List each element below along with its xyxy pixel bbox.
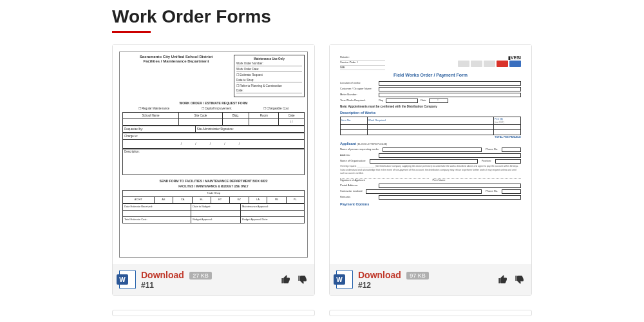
doc1-check1: Regular Maintenance xyxy=(138,107,169,110)
doc1-code: EL xyxy=(193,196,211,203)
doc1-reqby: Requested by: xyxy=(123,126,196,133)
doc2-th: Work Required xyxy=(368,117,494,125)
doc1-th5: Date xyxy=(279,113,305,119)
doc1-box-r2: Work Order Date: xyxy=(236,68,302,71)
doc1-desc: Description: xyxy=(123,149,305,175)
doc1-code: AC/HT xyxy=(123,196,155,203)
doc1-dept: Facilities / Maintenance Department xyxy=(122,59,230,64)
doc2-phone2: Phone No. xyxy=(486,190,498,193)
file-size-badge: 97 KB xyxy=(406,272,429,279)
doc2-so: Service Order # xyxy=(340,61,385,66)
doc2-appname: Name of person requesting works xyxy=(340,148,379,151)
doc2-retailer: Retailer: xyxy=(340,55,385,61)
card-footer: Download 97 KB #12 xyxy=(330,264,531,295)
doc2-sec-app: Applicant xyxy=(340,142,356,146)
doc2-time: Time Works Required: xyxy=(340,99,379,102)
word-icon xyxy=(119,270,136,289)
doc2-phone: Phone No. xyxy=(486,148,498,151)
doc1-box-r4b: Date: xyxy=(236,89,302,93)
thumbs-up-icon[interactable] xyxy=(281,274,291,285)
doc1-code: CA xyxy=(173,196,193,203)
doc1-box-r4: ☐ Refer to Planning & Construction xyxy=(236,84,302,88)
doc1-form-title: WORK ORDER / ESTIMATE REQUEST FORM xyxy=(122,101,305,105)
doc2-th: Item No. xyxy=(341,117,368,125)
doc2-title: Field Works Order / Payment Form xyxy=(340,73,521,78)
template-thumbnail[interactable]: Retailer: Service Order # NMI: ▮VESI xyxy=(330,45,531,264)
template-card: Sacramento City Unified School District … xyxy=(112,44,315,296)
download-link[interactable]: Download xyxy=(141,270,184,280)
logo-icon xyxy=(458,61,469,67)
doc1-total: Total Estimate Cost: xyxy=(123,216,191,223)
doc2-sec-pay: Payment Options xyxy=(340,202,521,207)
doc1-date-cell: / / xyxy=(279,119,305,126)
template-number: #11 xyxy=(141,281,276,290)
doc1-code: ET xyxy=(211,196,229,203)
logo-icon xyxy=(497,61,508,67)
template-card-peek[interactable] xyxy=(112,310,315,316)
page-title: Work Order Forms xyxy=(112,6,532,27)
next-cards-row xyxy=(112,310,532,316)
doc2-meter: Meter Number: xyxy=(340,93,379,97)
doc1-check2: Capital Improvement xyxy=(202,107,232,110)
doc2-print: Print Name xyxy=(433,178,522,182)
doc2-addr: Address: xyxy=(340,154,379,157)
doc1-budget: Date to Budget: xyxy=(191,204,241,210)
doc2-nmi: NMI: xyxy=(340,66,385,71)
doc2-postal: Postal Address: xyxy=(340,184,379,187)
logo-icon xyxy=(471,61,482,67)
doc2-pos: Position: xyxy=(482,160,491,163)
doc2-date: Date xyxy=(421,99,426,102)
doc1-bappr: Budget Approval: xyxy=(191,216,241,223)
doc2-th: Fee ($) xyxy=(495,117,503,120)
thumbs-up-icon[interactable] xyxy=(498,274,508,285)
title-underline xyxy=(112,31,151,33)
doc2-app-note: (BLOCK LETTERS PLEASE) xyxy=(357,143,388,146)
logo-icon xyxy=(509,61,521,67)
doc1-box-r3b: Date to Shop: xyxy=(236,79,302,82)
doc2-note: Note: Appointments must be confirmed wit… xyxy=(340,105,437,108)
doc1-code: AS xyxy=(154,196,173,203)
doc1-fac: FACILITES / MAINTENANCE & BUDGET USE ONL… xyxy=(122,185,305,188)
doc2-org: Name of Organisation: xyxy=(340,160,366,163)
doc2-contractor: Contractor involved xyxy=(340,190,362,193)
template-number: #12 xyxy=(358,281,493,290)
doc1-th3: Bldg. xyxy=(222,113,249,119)
template-thumbnail[interactable]: Sacramento City Unified School District … xyxy=(113,45,314,264)
doc1-send: SEND FORM TO FACILITIES / MAINTENANCE DE… xyxy=(122,179,305,183)
doc1-th4: Room xyxy=(249,113,279,119)
file-size-badge: 27 KB xyxy=(189,272,212,279)
logo-icon xyxy=(484,61,495,67)
cards-row: Sacramento City Unified School District … xyxy=(112,44,532,296)
template-card-peek[interactable] xyxy=(329,310,532,316)
doc1-charge: Charge to: xyxy=(123,133,305,140)
doc1-box-r3: ☐ Estimate Request xyxy=(236,73,302,77)
doc1-admin: Site Administrator Signature: xyxy=(195,126,304,133)
doc1-code: GZ xyxy=(229,196,249,203)
doc1-bdate: Budget Approval Date: xyxy=(241,216,305,223)
doc1-check3: Chargeable Cost xyxy=(263,107,289,110)
template-card: Retailer: Service Order # NMI: ▮VESI xyxy=(329,44,532,296)
doc1-org: Sacramento City Unified School District xyxy=(122,55,230,59)
download-link[interactable]: Download xyxy=(358,270,401,280)
doc2-vesi-logo: ▮VESI xyxy=(388,55,521,61)
doc2-day: Day xyxy=(379,99,383,102)
word-icon xyxy=(336,270,353,289)
doc2-total: TOTAL FEE PAYABLE xyxy=(340,136,521,139)
doc1-th1: School Name xyxy=(123,113,179,119)
doc2-remarks: Remarks xyxy=(340,196,379,199)
doc2-sig: Signature of Applicant xyxy=(340,178,429,182)
doc2-cust: Customer / Occupier Name: xyxy=(340,88,379,91)
thumbs-down-icon[interactable] xyxy=(515,274,525,285)
doc1-box-r1: Work Order Number: xyxy=(236,62,302,66)
doc1-trade: Trade Shop xyxy=(123,190,305,196)
card-footer: Download 27 KB #11 xyxy=(113,264,314,295)
doc1-code: LA xyxy=(249,196,267,203)
doc1-code: PL xyxy=(286,196,304,203)
thumbs-down-icon[interactable] xyxy=(298,274,308,285)
doc1-th2: Site Code xyxy=(179,113,222,119)
doc2-disclaimer: I also understand and acknowledge that i… xyxy=(340,169,521,175)
doc1-box-title: Maintenance Use Only xyxy=(236,57,302,61)
doc2-loc: Location of works: xyxy=(340,82,379,85)
doc1-maint: Maintenance Approval: xyxy=(241,204,305,210)
doc1-est: Date Estimate Received: xyxy=(123,204,191,210)
